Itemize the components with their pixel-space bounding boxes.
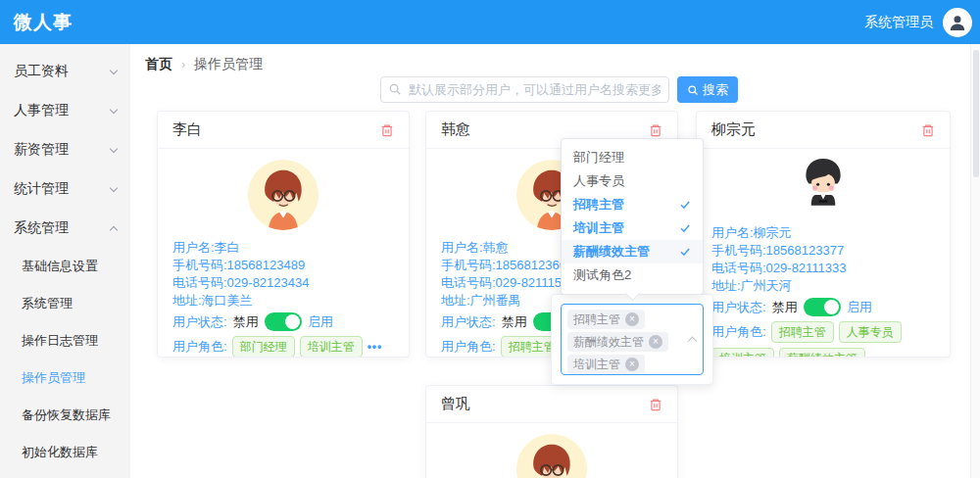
person-icon	[948, 13, 967, 32]
role-tag: 薪酬绩效主管	[779, 348, 865, 358]
status-disabled-label: 禁用	[502, 313, 527, 331]
chevron-up-icon	[688, 337, 698, 347]
check-icon	[679, 246, 691, 258]
scrollbar-track	[970, 44, 980, 478]
more-roles-icon[interactable]: •••	[368, 340, 383, 354]
breadcrumb-home[interactable]: 首页	[145, 56, 172, 73]
delete-user-icon[interactable]	[921, 123, 935, 137]
breadcrumb-current: 操作员管理	[194, 56, 263, 73]
address-value: 地址:海口美兰	[172, 292, 394, 310]
breadcrumb-separator-icon: ›	[181, 58, 185, 72]
check-icon	[679, 199, 691, 211]
delete-user-icon[interactable]	[380, 123, 394, 137]
search-input[interactable]	[380, 76, 669, 103]
dropdown-option-training-supervisor[interactable]: 培训主管	[562, 216, 703, 240]
sidebar-subitem-init-database[interactable]: 初始化数据库	[0, 434, 130, 471]
mobile-value: 手机号码:18568123377	[711, 242, 935, 260]
role-tag: 人事专员	[839, 321, 902, 343]
user-avatar[interactable]	[943, 8, 972, 37]
delete-user-icon[interactable]	[649, 398, 662, 411]
sidebar-item-hr-management[interactable]: 人事管理	[0, 91, 130, 130]
close-icon[interactable]: ×	[649, 335, 662, 349]
card-title: 曾巩	[441, 395, 470, 413]
status-disabled-label: 禁用	[233, 313, 259, 331]
sidebar-subitem-backup-restore[interactable]: 备份恢复数据库	[0, 397, 130, 434]
role-select-popover: 招聘主管 × 薪酬绩效主管 × 培训主管 ×	[551, 294, 713, 385]
selected-role-tag: 招聘主管 ×	[567, 310, 645, 329]
address-value: 地址:广州天河	[711, 277, 935, 295]
roles-label: 用户角色:	[441, 338, 496, 356]
sidebar-item-employee-data[interactable]: 员工资料	[0, 52, 130, 91]
phone-value: 电话号码:029-82111333	[711, 260, 935, 277]
card-title: 柳宗元	[711, 120, 756, 139]
sidebar-subitem-operation-log[interactable]: 操作日志管理	[0, 322, 130, 359]
username-value: 用户名:柳宗元	[711, 224, 935, 242]
sidebar-subitem-operator-management[interactable]: 操作员管理	[0, 359, 130, 397]
current-user-label[interactable]: 系统管理员	[864, 14, 933, 31]
chevron-up-icon	[110, 225, 118, 233]
main-content: 首页 › 操作员管理 搜索 李白	[130, 44, 980, 478]
search-icon	[388, 82, 402, 100]
role-tag: 培训主管	[711, 348, 774, 358]
avatar	[711, 154, 935, 224]
mobile-value: 手机号码:18568123489	[172, 257, 394, 274]
role-dropdown-menu: 部门经理 人事专员 招聘主管 培训主管 薪酬绩效主管	[561, 138, 704, 295]
chevron-down-icon	[110, 144, 118, 152]
dropdown-option-hr-specialist[interactable]: 人事专员	[562, 169, 703, 193]
dropdown-option-department-manager[interactable]: 部门经理	[562, 146, 703, 169]
delete-user-icon[interactable]	[649, 123, 662, 137]
avatar	[172, 154, 394, 239]
status-disabled-label: 禁用	[772, 299, 798, 316]
avatar	[441, 428, 662, 478]
card-title: 韩愈	[441, 120, 470, 139]
username-value: 用户名:李白	[172, 239, 394, 257]
search-icon	[687, 84, 699, 96]
card-title: 李白	[172, 120, 202, 139]
status-enabled-label: 启用	[847, 299, 872, 316]
more-roles-icon[interactable]: •••	[870, 352, 886, 358]
roles-label: 用户角色:	[711, 323, 766, 341]
close-icon[interactable]: ×	[625, 312, 639, 326]
chevron-down-icon	[110, 66, 118, 73]
top-header: 微人事 系统管理员	[0, 0, 980, 44]
app-title: 微人事	[14, 10, 73, 35]
status-label: 用户状态:	[711, 299, 766, 316]
selected-role-tag: 薪酬绩效主管 ×	[567, 332, 668, 352]
chevron-down-icon	[110, 105, 118, 113]
roles-label: 用户角色:	[172, 338, 227, 356]
selected-role-tag: 培训主管 ×	[567, 355, 645, 374]
dropdown-option-recruit-supervisor[interactable]: 招聘主管	[562, 193, 703, 216]
role-tag: 部门经理	[232, 336, 295, 358]
role-multi-select[interactable]: 招聘主管 × 薪酬绩效主管 × 培训主管 ×	[561, 304, 704, 375]
status-toggle[interactable]	[804, 298, 841, 316]
role-tag: 招聘主管	[771, 321, 834, 343]
user-card-libai: 李白	[157, 111, 410, 358]
dropdown-option-compensation-supervisor[interactable]: 薪酬绩效主管	[562, 240, 703, 263]
role-tag: 培训主管	[300, 336, 363, 358]
search-bar: 搜索	[380, 76, 738, 103]
status-label: 用户状态:	[441, 313, 496, 331]
app-window: 微人事 系统管理员 员工资料 人事管理 薪资管理 统计管理	[0, 0, 980, 478]
status-label: 用户状态:	[172, 313, 227, 331]
status-enabled-label: 启用	[308, 313, 333, 331]
sidebar-item-system-management[interactable]: 系统管理	[0, 209, 130, 248]
scrollbar-thumb[interactable]	[973, 50, 979, 177]
dropdown-option-test-role-2[interactable]: 测试角色2	[562, 263, 703, 287]
user-card-zenggong: 曾巩	[425, 385, 678, 478]
user-card-liuzongyuan: 柳宗元	[696, 111, 951, 358]
sidebar-subitem-basic-info[interactable]: 基础信息设置	[0, 248, 130, 285]
check-icon	[679, 222, 691, 234]
search-button[interactable]: 搜索	[677, 76, 738, 103]
close-icon[interactable]: ×	[625, 358, 639, 371]
chevron-down-icon	[110, 183, 118, 191]
sidebar-item-statistics[interactable]: 统计管理	[0, 169, 130, 209]
sidebar-nav: 员工资料 人事管理 薪资管理 统计管理 系统管理 基础信息设置 系统管理 操作日…	[0, 44, 130, 478]
breadcrumb: 首页 › 操作员管理	[145, 56, 263, 73]
phone-value: 电话号码:029-82123434	[172, 274, 394, 292]
status-toggle[interactable]	[265, 312, 302, 331]
sidebar-subitem-system[interactable]: 系统管理	[0, 285, 130, 322]
sidebar-item-salary-management[interactable]: 薪资管理	[0, 130, 130, 169]
